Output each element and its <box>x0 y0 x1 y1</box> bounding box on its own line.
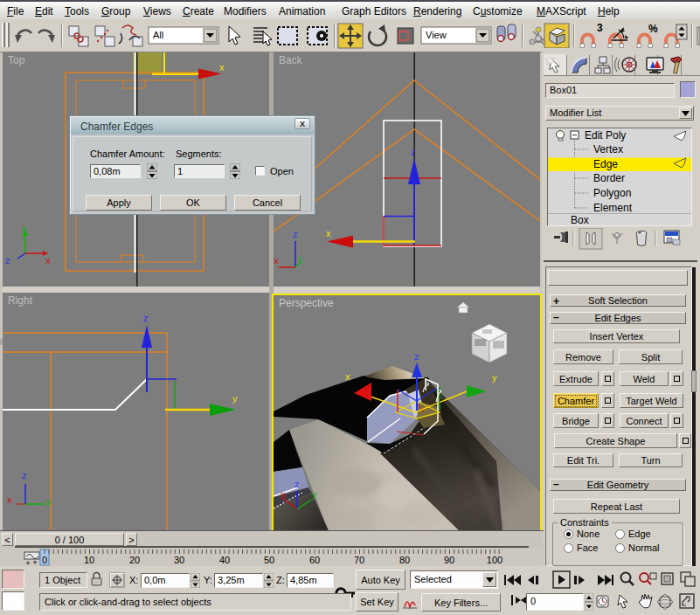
svg-text:Edge: Edge <box>593 158 618 170</box>
svg-text:Edit Poly: Edit Poly <box>585 129 626 142</box>
svg-text:%: % <box>648 23 658 35</box>
svg-text:y: y <box>22 224 27 234</box>
svg-text:90: 90 <box>444 555 454 565</box>
svg-text:x: x <box>326 228 331 238</box>
svg-text:30: 30 <box>174 555 184 565</box>
svg-text:z: z <box>143 313 149 323</box>
svg-text:z: z <box>5 255 10 266</box>
svg-text:3: 3 <box>597 22 603 34</box>
svg-text:x: x <box>219 62 225 73</box>
svg-text:y: y <box>492 372 497 383</box>
svg-text:y: y <box>312 489 317 500</box>
svg-text:100: 100 <box>487 555 502 565</box>
svg-text:x: x <box>7 494 12 505</box>
svg-text:0: 0 <box>42 555 47 565</box>
svg-text:60: 60 <box>309 555 320 565</box>
svg-text:y: y <box>232 393 238 404</box>
svg-text:z: z <box>411 147 416 157</box>
svg-text:Vertex: Vertex <box>593 143 623 155</box>
svg-text:x: x <box>345 371 350 382</box>
svg-text:10: 10 <box>84 555 94 565</box>
svg-text:x: x <box>45 255 51 266</box>
svg-text:z: z <box>293 229 298 239</box>
svg-text:x: x <box>281 489 286 500</box>
svg-text:80: 80 <box>399 555 410 565</box>
svg-text:z: z <box>295 479 300 489</box>
svg-text:Box: Box <box>571 214 589 225</box>
svg-text:40: 40 <box>219 555 230 565</box>
svg-text:All: All <box>153 30 163 40</box>
svg-text:Polygon: Polygon <box>593 187 631 199</box>
svg-text:70: 70 <box>354 555 364 565</box>
svg-text:View: View <box>426 30 447 40</box>
svg-text:y: y <box>46 496 52 507</box>
svg-text:z: z <box>22 470 27 480</box>
svg-text:50: 50 <box>264 555 274 565</box>
svg-text:x: x <box>274 255 279 266</box>
svg-text:y: y <box>298 253 303 264</box>
svg-text:z: z <box>414 351 419 362</box>
svg-text:20: 20 <box>129 555 140 565</box>
svg-text:Element: Element <box>593 202 633 214</box>
svg-text:Border: Border <box>593 172 625 184</box>
